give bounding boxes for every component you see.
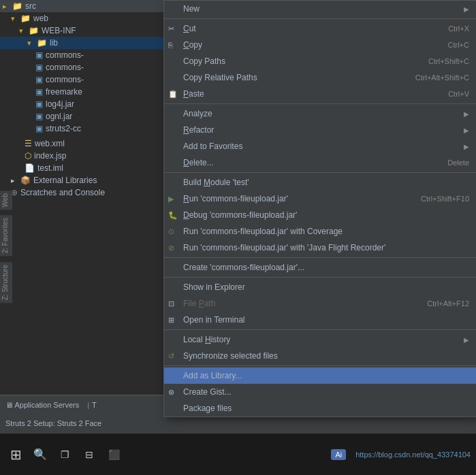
menu-item-debug[interactable]: 🐛 Debug 'commons-fileupload.jar' xyxy=(164,207,476,223)
side-label-favorites[interactable]: 2: Favorites xyxy=(0,215,12,256)
menu-label-create: Create 'commons-fileupload.jar'... xyxy=(183,263,469,272)
menu-item-add-favorites[interactable]: Add to Favorites ▶ xyxy=(164,138,476,154)
tree-item-web[interactable]: ▾ 📁 web xyxy=(0,12,163,24)
menu-label-new: New xyxy=(183,4,461,14)
menu-item-copy-relative-paths[interactable]: Copy Relative Paths Ctrl+Alt+Shift+C xyxy=(164,69,476,86)
menu-item-file-path[interactable]: ⊡ File Path Ctrl+Alt+F12 xyxy=(164,295,476,312)
menu-label-analyze: Analyze xyxy=(183,109,461,118)
tree-item-src[interactable]: ▸ 📁 src xyxy=(0,0,163,12)
menu-item-delete[interactable]: Delete... Delete xyxy=(164,154,476,171)
file-tree: ▸ 📁 src ▾ 📁 web ▾ 📁 WEB-INF ▾ 📁 lib ▣ co… xyxy=(0,0,163,407)
menu-item-refactor[interactable]: Refactor ▶ xyxy=(164,122,476,138)
separator3 xyxy=(164,172,476,173)
menu-item-package-files[interactable]: Package files xyxy=(164,400,476,416)
tree-item-lib[interactable]: ▾ 📁 lib xyxy=(0,37,163,49)
menu-label-local-history: Local History xyxy=(183,335,461,344)
tree-item-log4j[interactable]: ▣ log4j.jar xyxy=(0,98,163,110)
menu-item-copy[interactable]: ⎘ Copy Ctrl+C xyxy=(164,37,476,53)
ai-badge[interactable]: Ai xyxy=(331,449,346,460)
start-button[interactable]: ⊞ xyxy=(5,444,26,465)
arrow-icon4: ▶ xyxy=(464,143,469,150)
menu-label-refactor: Refactor xyxy=(183,125,461,135)
shortcut-paste: Ctrl+V xyxy=(448,90,469,98)
debug-icon: 🐛 xyxy=(168,211,178,220)
menu-item-new[interactable]: New ▶ xyxy=(164,1,476,17)
tree-item-external-libs[interactable]: ▸ 📦 External Libraries xyxy=(0,174,163,186)
tree-item-webxml[interactable]: ☰ web.xml xyxy=(0,137,163,150)
tree-item-freemarker[interactable]: ▣ freemarke xyxy=(0,86,163,98)
tree-item-struts2[interactable]: ▣ struts2-cc xyxy=(0,122,163,135)
tree-label-webxml: web.xml xyxy=(35,139,65,148)
menu-item-run-jfr[interactable]: ⊘ Run 'commons-fileupload.jar' with 'Jav… xyxy=(164,240,476,256)
search-button[interactable]: 🔍 xyxy=(30,444,50,465)
struts-setup-label: Struts 2 Setup: Struts 2 Face xyxy=(5,419,101,427)
menu-item-sync[interactable]: ↺ Synchronize selected files xyxy=(164,348,476,364)
jar-icon: ▣ xyxy=(35,99,43,109)
menu-label-run-jfr: Run 'commons-fileupload.jar' with 'Java … xyxy=(183,243,469,252)
menu-item-local-history[interactable]: Local History ▶ xyxy=(164,331,476,348)
menu-item-show-explorer[interactable]: Show in Explorer xyxy=(164,279,476,295)
copy-icon: ⎘ xyxy=(168,41,173,49)
tree-label: 📁 xyxy=(12,1,22,11)
menu-item-paste[interactable]: 📋 Paste Ctrl+V xyxy=(164,86,476,102)
menu-item-open-terminal[interactable]: ⊞ Open in Terminal xyxy=(164,312,476,328)
tree-item-commons2[interactable]: ▣ commons- xyxy=(0,61,163,73)
menu-label-debug: Debug 'commons-fileupload.jar' xyxy=(183,210,469,220)
tree-label-log4j: log4j.jar xyxy=(46,99,74,109)
separator4 xyxy=(164,257,476,258)
menu-label-build-module: Build Module 'test' xyxy=(183,178,469,187)
jfr-icon: ⊘ xyxy=(168,244,174,252)
separator xyxy=(164,18,476,19)
jar-icon: ▣ xyxy=(35,75,43,84)
shortcut-delete: Delete xyxy=(447,159,469,167)
menu-item-analyze[interactable]: Analyze ▶ xyxy=(164,105,476,122)
folder-icon: ▾ xyxy=(19,27,23,35)
scissors-icon: ✂ xyxy=(168,24,174,33)
arrow-icon5: ▶ xyxy=(464,336,469,344)
tree-label-web: web xyxy=(33,14,48,23)
menu-label-delete: Delete... xyxy=(183,158,434,167)
menu-item-build-module[interactable]: Build Module 'test' xyxy=(164,174,476,191)
shortcut-copy: Ctrl+C xyxy=(448,41,469,49)
tree-item-indexjsp[interactable]: ⬡ index.jsp xyxy=(0,150,163,162)
menu-item-copy-paths[interactable]: Copy Paths Ctrl+Shift+C xyxy=(164,53,476,69)
struts-label: T xyxy=(92,401,97,409)
tree-label: 📁 xyxy=(20,14,31,23)
shortcut-copy-relative-paths: Ctrl+Alt+Shift+C xyxy=(415,73,469,82)
tree-item-testiml[interactable]: 📄 test.iml xyxy=(0,162,163,174)
menu-item-cut[interactable]: ✂ Cut Ctrl+X xyxy=(164,20,476,37)
tree-item-ognl[interactable]: ▣ ognl.jar xyxy=(0,110,163,122)
arrow-icon2: ▶ xyxy=(464,110,469,118)
menu-item-create-gist[interactable]: ⊛ Create Gist... xyxy=(164,384,476,400)
shortcut-run: Ctrl+Shift+F10 xyxy=(421,195,469,203)
task-view-button[interactable]: ❐ xyxy=(54,444,75,465)
arrow-icon3: ▶ xyxy=(464,127,469,134)
menu-label-add-favorites: Add to Favorites xyxy=(183,142,461,151)
jar-icon: ▣ xyxy=(35,87,43,97)
menu-label-open-terminal: Open in Terminal xyxy=(183,315,469,325)
ext-libs-icon: 📦 xyxy=(20,176,31,185)
tree-label-commons1: commons- xyxy=(46,50,84,60)
menu-label-copy-paths: Copy Paths xyxy=(183,56,415,66)
jar-icon: ▣ xyxy=(35,63,43,72)
tree-item-webinf[interactable]: ▾ 📁 WEB-INF xyxy=(0,24,163,37)
tree-item-scratches[interactable]: ⊕ Scratches and Console xyxy=(0,186,163,199)
shortcut-file-path: Ctrl+Alt+F12 xyxy=(427,299,469,308)
menu-item-run[interactable]: ▶ Run 'commons-fileupload.jar' Ctrl+Shif… xyxy=(164,191,476,207)
tree-label-struts2: struts2-cc xyxy=(46,124,81,133)
menu-item-run-coverage[interactable]: ⊙ Run 'commons-fileupload.jar' with Cove… xyxy=(164,223,476,240)
side-label-structure[interactable]: Z: Structure xyxy=(0,262,12,303)
menu-label-run: Run 'commons-fileupload.jar' xyxy=(183,194,407,203)
side-label-web[interactable]: Web xyxy=(0,191,12,210)
ide-icon[interactable]: ⬛ xyxy=(104,444,124,465)
separator-char: | xyxy=(84,401,92,409)
tree-item-commons1[interactable]: ▣ commons- xyxy=(0,49,163,61)
tree-item-commons3[interactable]: ▣ commons- xyxy=(0,73,163,86)
sync-icon: ↺ xyxy=(168,352,174,361)
menu-item-add-library[interactable]: Add as Library... xyxy=(164,367,476,384)
menu-item-create[interactable]: Create 'commons-fileupload.jar'... xyxy=(164,259,476,276)
windows-button[interactable]: ⊟ xyxy=(79,444,99,465)
shortcut-copy-paths: Ctrl+Shift+C xyxy=(428,57,469,65)
tree-label-commons3: commons- xyxy=(46,75,84,84)
iml-icon: 📄 xyxy=(25,163,35,173)
